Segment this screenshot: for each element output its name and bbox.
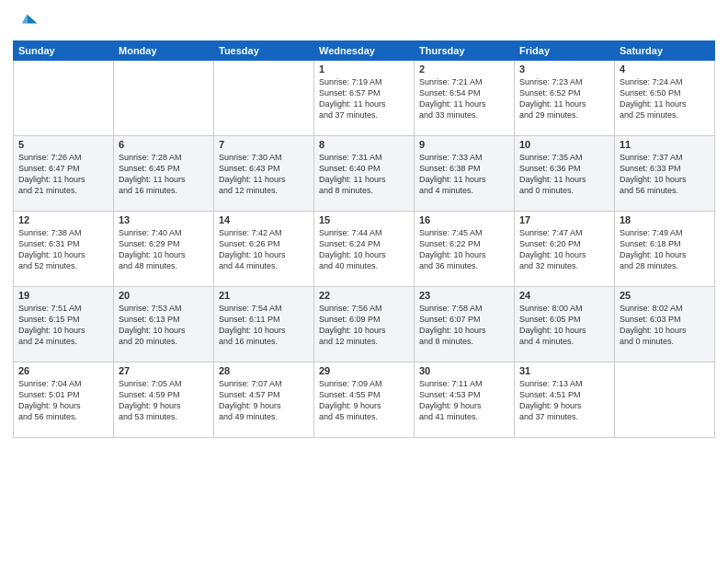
weekday-header: Thursday	[415, 41, 515, 61]
calendar-week-row: 26Sunrise: 7:04 AM Sunset: 5:01 PM Dayli…	[14, 362, 715, 438]
day-info: Sunrise: 7:26 AM Sunset: 6:47 PM Dayligh…	[18, 152, 108, 197]
day-info: Sunrise: 7:11 AM Sunset: 4:53 PM Dayligh…	[419, 378, 509, 423]
day-info: Sunrise: 7:38 AM Sunset: 6:31 PM Dayligh…	[18, 227, 108, 272]
calendar-cell: 22Sunrise: 7:56 AM Sunset: 6:09 PM Dayli…	[314, 287, 415, 362]
day-number: 27	[119, 365, 209, 376]
calendar-cell: 27Sunrise: 7:05 AM Sunset: 4:59 PM Dayli…	[114, 362, 214, 438]
day-info: Sunrise: 7:47 AM Sunset: 6:20 PM Dayligh…	[519, 227, 609, 272]
day-number: 23	[419, 290, 509, 301]
day-number: 10	[519, 139, 609, 150]
calendar-cell: 30Sunrise: 7:11 AM Sunset: 4:53 PM Dayli…	[415, 362, 515, 438]
calendar-week-row: 5Sunrise: 7:26 AM Sunset: 6:47 PM Daylig…	[14, 136, 715, 212]
calendar-cell: 31Sunrise: 7:13 AM Sunset: 4:51 PM Dayli…	[515, 362, 615, 438]
calendar-cell: 18Sunrise: 7:49 AM Sunset: 6:18 PM Dayli…	[615, 212, 715, 287]
calendar: SundayMondayTuesdayWednesdayThursdayFrid…	[13, 40, 715, 438]
day-number: 2	[419, 63, 509, 75]
day-info: Sunrise: 7:19 AM Sunset: 6:57 PM Dayligh…	[319, 76, 409, 121]
day-number: 3	[519, 63, 609, 75]
calendar-cell: 20Sunrise: 7:53 AM Sunset: 6:13 PM Dayli…	[114, 287, 214, 362]
day-info: Sunrise: 7:05 AM Sunset: 4:59 PM Dayligh…	[119, 378, 209, 423]
calendar-cell: 23Sunrise: 7:58 AM Sunset: 6:07 PM Dayli…	[415, 287, 515, 362]
day-info: Sunrise: 7:21 AM Sunset: 6:54 PM Dayligh…	[419, 76, 509, 121]
calendar-cell: 16Sunrise: 7:45 AM Sunset: 6:22 PM Dayli…	[415, 212, 515, 287]
day-info: Sunrise: 8:02 AM Sunset: 6:03 PM Dayligh…	[620, 303, 710, 348]
day-number: 18	[620, 214, 710, 225]
calendar-cell	[114, 61, 214, 136]
day-number: 13	[119, 214, 209, 225]
day-info: Sunrise: 7:28 AM Sunset: 6:45 PM Dayligh…	[119, 152, 209, 197]
calendar-cell: 14Sunrise: 7:42 AM Sunset: 6:26 PM Dayli…	[214, 212, 314, 287]
calendar-cell: 11Sunrise: 7:37 AM Sunset: 6:33 PM Dayli…	[615, 136, 715, 212]
day-number: 8	[319, 139, 409, 150]
day-number: 6	[119, 139, 209, 150]
calendar-cell: 29Sunrise: 7:09 AM Sunset: 4:55 PM Dayli…	[314, 362, 415, 438]
weekday-header: Sunday	[14, 41, 114, 61]
calendar-cell: 17Sunrise: 7:47 AM Sunset: 6:20 PM Dayli…	[515, 212, 615, 287]
day-info: Sunrise: 7:45 AM Sunset: 6:22 PM Dayligh…	[419, 227, 509, 272]
calendar-cell: 10Sunrise: 7:35 AM Sunset: 6:36 PM Dayli…	[515, 136, 615, 212]
day-info: Sunrise: 7:58 AM Sunset: 6:07 PM Dayligh…	[419, 303, 509, 348]
calendar-cell: 12Sunrise: 7:38 AM Sunset: 6:31 PM Dayli…	[14, 212, 114, 287]
day-info: Sunrise: 8:00 AM Sunset: 6:05 PM Dayligh…	[519, 303, 609, 348]
calendar-cell: 15Sunrise: 7:44 AM Sunset: 6:24 PM Dayli…	[314, 212, 415, 287]
header	[13, 9, 715, 35]
weekday-header: Saturday	[615, 41, 715, 61]
calendar-cell	[214, 61, 314, 136]
day-info: Sunrise: 7:07 AM Sunset: 4:57 PM Dayligh…	[219, 378, 309, 423]
day-number: 31	[519, 365, 609, 376]
day-number: 11	[620, 139, 710, 150]
calendar-cell: 13Sunrise: 7:40 AM Sunset: 6:29 PM Dayli…	[114, 212, 214, 287]
calendar-cell: 9Sunrise: 7:33 AM Sunset: 6:38 PM Daylig…	[415, 136, 515, 212]
calendar-cell: 25Sunrise: 8:02 AM Sunset: 6:03 PM Dayli…	[615, 287, 715, 362]
day-info: Sunrise: 7:37 AM Sunset: 6:33 PM Dayligh…	[620, 152, 710, 197]
day-info: Sunrise: 7:35 AM Sunset: 6:36 PM Dayligh…	[519, 152, 609, 197]
day-info: Sunrise: 7:04 AM Sunset: 5:01 PM Dayligh…	[18, 378, 108, 423]
calendar-cell: 24Sunrise: 8:00 AM Sunset: 6:05 PM Dayli…	[515, 287, 615, 362]
day-info: Sunrise: 7:54 AM Sunset: 6:11 PM Dayligh…	[219, 303, 309, 348]
day-number: 24	[519, 290, 609, 301]
weekday-header: Monday	[114, 41, 214, 61]
day-number: 30	[419, 365, 509, 376]
day-number: 14	[219, 214, 309, 225]
day-number: 17	[519, 214, 609, 225]
day-number: 25	[620, 290, 710, 301]
weekday-header: Tuesday	[214, 41, 314, 61]
day-number: 5	[18, 139, 108, 150]
svg-marker-0	[27, 15, 37, 24]
calendar-week-row: 19Sunrise: 7:51 AM Sunset: 6:15 PM Dayli…	[14, 287, 715, 362]
calendar-cell: 6Sunrise: 7:28 AM Sunset: 6:45 PM Daylig…	[114, 136, 214, 212]
calendar-week-row: 1Sunrise: 7:19 AM Sunset: 6:57 PM Daylig…	[14, 61, 715, 136]
calendar-cell: 28Sunrise: 7:07 AM Sunset: 4:57 PM Dayli…	[214, 362, 314, 438]
day-info: Sunrise: 7:33 AM Sunset: 6:38 PM Dayligh…	[419, 152, 509, 197]
day-info: Sunrise: 7:44 AM Sunset: 6:24 PM Dayligh…	[319, 227, 409, 272]
day-info: Sunrise: 7:30 AM Sunset: 6:43 PM Dayligh…	[219, 152, 309, 197]
day-info: Sunrise: 7:09 AM Sunset: 4:55 PM Dayligh…	[319, 378, 409, 423]
calendar-cell: 3Sunrise: 7:23 AM Sunset: 6:52 PM Daylig…	[515, 61, 615, 136]
svg-marker-1	[22, 15, 28, 24]
day-number: 28	[219, 365, 309, 376]
day-info: Sunrise: 7:42 AM Sunset: 6:26 PM Dayligh…	[219, 227, 309, 272]
weekday-header-row: SundayMondayTuesdayWednesdayThursdayFrid…	[14, 41, 715, 61]
calendar-cell: 8Sunrise: 7:31 AM Sunset: 6:40 PM Daylig…	[314, 136, 415, 212]
day-number: 16	[419, 214, 509, 225]
day-number: 4	[620, 63, 710, 75]
calendar-cell: 21Sunrise: 7:54 AM Sunset: 6:11 PM Dayli…	[214, 287, 314, 362]
calendar-cell	[14, 61, 114, 136]
day-number: 15	[319, 214, 409, 225]
day-info: Sunrise: 7:13 AM Sunset: 4:51 PM Dayligh…	[519, 378, 609, 423]
day-number: 9	[419, 139, 509, 150]
day-number: 29	[319, 365, 409, 376]
day-number: 7	[219, 139, 309, 150]
day-info: Sunrise: 7:49 AM Sunset: 6:18 PM Dayligh…	[620, 227, 710, 272]
day-number: 19	[18, 290, 108, 301]
day-info: Sunrise: 7:40 AM Sunset: 6:29 PM Dayligh…	[119, 227, 209, 272]
calendar-cell: 5Sunrise: 7:26 AM Sunset: 6:47 PM Daylig…	[14, 136, 114, 212]
day-info: Sunrise: 7:31 AM Sunset: 6:40 PM Dayligh…	[319, 152, 409, 197]
weekday-header: Friday	[515, 41, 615, 61]
calendar-cell: 26Sunrise: 7:04 AM Sunset: 5:01 PM Dayli…	[14, 362, 114, 438]
day-info: Sunrise: 7:56 AM Sunset: 6:09 PM Dayligh…	[319, 303, 409, 348]
day-number: 21	[219, 290, 309, 301]
logo	[13, 9, 42, 35]
logo-icon	[13, 9, 39, 35]
calendar-cell: 19Sunrise: 7:51 AM Sunset: 6:15 PM Dayli…	[14, 287, 114, 362]
